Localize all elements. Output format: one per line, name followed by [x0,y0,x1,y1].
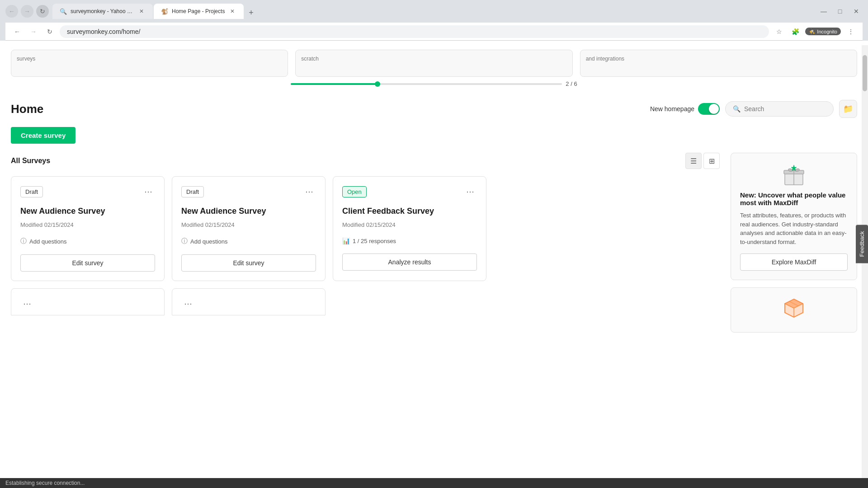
survey-card-3: Open ⋯ Client Feedback Survey Modified 0… [333,176,486,281]
second-promo-icon [781,296,807,325]
new-homepage-switch[interactable] [698,103,720,115]
tab-yahoo[interactable]: 🔍 surveymonkey - Yahoo Search ✕ [52,4,153,19]
main-home-section: Home New homepage 🔍 📁 Create survey [0,91,868,342]
top-card-3-text: and integrations [586,56,624,62]
top-cards-strip: surveys scratch and integrations [0,41,868,77]
extensions-button[interactable]: 🧩 [789,25,802,38]
folder-button[interactable]: 📁 [839,100,857,118]
card-3-action-button[interactable]: Analyze results [342,253,477,271]
survey-card-2: Draft ⋯ New Audience Survey Modified 02/… [172,176,326,281]
card-3-info: 📊 1 / 25 responses [342,237,477,244]
tab-yahoo-favicon: 🔍 [60,8,67,15]
card-1-title: New Audience Survey [20,206,155,216]
card-5-more-button[interactable]: ⋯ [181,298,195,310]
top-card-3: and integrations [580,50,857,77]
home-header: Home New homepage 🔍 📁 [11,100,857,118]
search-icon: 🔍 [733,105,741,113]
card-2-status: Draft [181,186,204,197]
search-input[interactable] [744,105,826,113]
surveys-section: All Surveys ☰ ⊞ Draf [11,153,857,333]
card-1-action-button[interactable]: Edit survey [20,254,155,272]
window-maximize-button[interactable]: □ [834,5,846,18]
tab-home[interactable]: 🐒 Home Page - Projects ✕ [154,4,244,19]
card-1-more-button[interactable]: ⋯ [142,186,155,197]
tab-home-close[interactable]: ✕ [228,7,236,15]
card-3-chart-icon: 📊 [342,237,350,244]
folder-icon: 📁 [843,104,853,114]
browser-back-button[interactable]: ← [11,25,24,38]
survey-card-5-partial: ⋯ [172,288,326,315]
survey-cards-row1: Draft ⋯ New Audience Survey Modified 02/… [11,176,720,281]
surveys-main: All Surveys ☰ ⊞ Draf [11,153,720,333]
nav-buttons: ← → ↻ [5,5,49,18]
progress-fill [291,83,380,85]
tab-bar: 🔍 surveymonkey - Yahoo Search ✕ 🐒 Home P… [52,4,257,19]
sidebar-promo: New: Uncover what people value most with… [731,153,857,333]
card-1-info: ⓘ Add questions [20,237,155,245]
new-tab-button[interactable]: + [245,6,257,19]
card-3-more-button[interactable]: ⋯ [463,186,477,197]
maxdiff-promo-card: New: Uncover what people value most with… [731,153,857,280]
toggle-knob [709,104,719,114]
search-bar[interactable]: 🔍 [725,101,834,117]
card-1-info-icon: ⓘ [20,237,27,245]
forward-button[interactable]: → [21,5,33,18]
tab-home-label: Home Page - Projects [172,8,225,14]
browser-chrome: ← → ↻ 🔍 surveymonkey - Yahoo Search ✕ 🐒 … [0,0,868,41]
card-2-info-icon: ⓘ [181,237,188,245]
second-promo-card [731,287,857,333]
card-4-top: ⋯ [20,298,155,310]
new-homepage-label: New homepage [650,105,694,113]
card-2-more-button[interactable]: ⋯ [302,186,316,197]
status-text: Establishing secure connection... [5,480,85,483]
window-close-button[interactable]: ✕ [850,5,863,18]
top-card-1-text: surveys [17,56,35,62]
browser-reload-button[interactable]: ↻ [43,25,56,38]
bookmark-button[interactable]: ☆ [773,25,785,38]
card-2-action-button[interactable]: Edit survey [181,254,316,272]
card-2-top: Draft ⋯ [181,186,316,197]
progress-track [291,83,562,85]
incognito-badge: 🕵 Incognito [805,28,841,35]
incognito-label: Incognito [817,29,837,34]
back-button[interactable]: ← [5,5,18,18]
scroll-thumb[interactable] [863,55,867,91]
header-right: New homepage 🔍 📁 [650,100,857,118]
tab-home-favicon: 🐒 [161,8,168,15]
progress-bar-row: 2 / 6 [0,77,868,91]
browser-forward-button[interactable]: → [27,25,40,38]
url-input[interactable] [60,25,769,38]
tab-yahoo-label: surveymonkey - Yahoo Search [71,8,134,14]
card-2-info: ⓘ Add questions [181,237,316,245]
survey-cards-row2: ⋯ ⋯ [11,288,720,315]
surveys-header: All Surveys ☰ ⊞ [11,153,720,169]
all-surveys-label: All Surveys [11,157,50,165]
page-title: Home [11,102,43,116]
page-content: surveys scratch and integrations 2 / 6 H… [0,41,868,483]
top-card-2: scratch [295,50,572,77]
card-4-more-button[interactable]: ⋯ [20,298,34,310]
top-card-2-text: scratch [301,56,319,62]
card-1-status: Draft [20,186,43,197]
explore-maxdiff-button[interactable]: Explore MaxDiff [740,253,848,271]
card-1-modified: Modified 02/15/2024 [20,221,155,228]
survey-card-1: Draft ⋯ New Audience Survey Modified 02/… [11,176,165,281]
tab-yahoo-close[interactable]: ✕ [137,7,146,15]
grid-view-icon: ⊞ [709,157,715,165]
list-view-button[interactable]: ☰ [685,153,702,169]
card-3-top: Open ⋯ [342,186,477,197]
card-2-modified: Modified 02/15/2024 [181,221,316,228]
grid-view-button[interactable]: ⊞ [703,153,720,169]
window-minimize-button[interactable]: ― [817,5,830,18]
feedback-tab[interactable]: Feedback [856,225,868,263]
reload-button[interactable]: ↻ [36,5,49,18]
browser-menu-button[interactable]: ⋮ [844,25,857,38]
create-survey-button[interactable]: Create survey [11,127,75,144]
survey-card-4-partial: ⋯ [11,288,165,315]
status-bar: Establishing secure connection... [0,478,868,483]
card-3-modified: Modified 02/15/2024 [342,221,477,228]
card-3-title: Client Feedback Survey [342,206,477,216]
top-card-1: surveys [11,50,288,77]
view-toggle: ☰ ⊞ [685,153,720,169]
list-view-icon: ☰ [690,157,697,165]
